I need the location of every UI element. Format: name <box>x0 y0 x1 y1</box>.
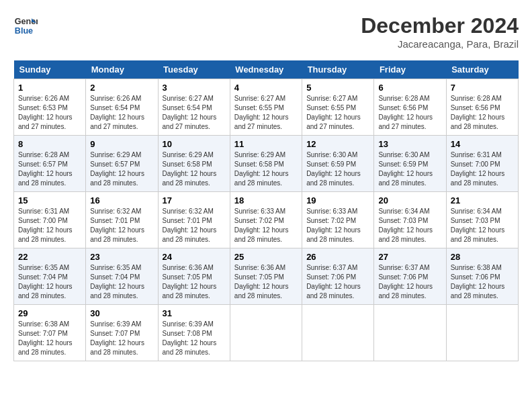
day-number: 23 <box>90 252 153 262</box>
day-number: 30 <box>90 308 153 318</box>
calendar-week-row: 22 Sunrise: 6:35 AM Sunset: 7:04 PM Dayl… <box>14 248 519 305</box>
weekday-header: Thursday <box>302 60 374 79</box>
day-info: Sunrise: 6:32 AM Sunset: 7:01 PM Dayligh… <box>163 207 226 244</box>
calendar-cell <box>374 305 446 361</box>
logo-icon: General Blue <box>13 13 38 38</box>
day-number: 4 <box>234 83 298 93</box>
calendar-table: SundayMondayTuesdayWednesdayThursdayFrid… <box>13 60 519 361</box>
weekday-header: Wednesday <box>230 60 302 79</box>
day-info: Sunrise: 6:26 AM Sunset: 6:53 PM Dayligh… <box>18 94 81 132</box>
day-info: Sunrise: 6:37 AM Sunset: 7:06 PM Dayligh… <box>306 263 369 301</box>
day-number: 1 <box>18 83 81 93</box>
day-info: Sunrise: 6:38 AM Sunset: 7:07 PM Dayligh… <box>18 320 81 357</box>
day-number: 16 <box>90 195 153 205</box>
calendar-cell: 18 Sunrise: 6:33 AM Sunset: 7:02 PM Dayl… <box>230 192 302 248</box>
calendar-cell <box>302 305 374 361</box>
day-info: Sunrise: 6:27 AM Sunset: 6:54 PM Dayligh… <box>163 94 226 132</box>
day-info: Sunrise: 6:36 AM Sunset: 7:05 PM Dayligh… <box>234 263 298 301</box>
calendar-cell: 30 Sunrise: 6:39 AM Sunset: 7:07 PM Dayl… <box>86 305 158 361</box>
calendar-cell: 3 Sunrise: 6:27 AM Sunset: 6:54 PM Dayli… <box>158 79 230 136</box>
weekday-header: Tuesday <box>158 60 230 79</box>
day-number: 11 <box>234 139 298 149</box>
day-number: 27 <box>378 252 441 262</box>
weekday-header: Saturday <box>446 60 518 79</box>
calendar-cell: 9 Sunrise: 6:29 AM Sunset: 6:57 PM Dayli… <box>86 136 158 192</box>
day-number: 15 <box>18 195 81 205</box>
calendar-cell: 5 Sunrise: 6:27 AM Sunset: 6:55 PM Dayli… <box>302 79 374 136</box>
calendar-cell: 27 Sunrise: 6:37 AM Sunset: 7:06 PM Dayl… <box>374 248 446 305</box>
day-info: Sunrise: 6:32 AM Sunset: 7:01 PM Dayligh… <box>90 207 153 244</box>
day-info: Sunrise: 6:33 AM Sunset: 7:02 PM Dayligh… <box>306 207 369 244</box>
calendar-cell <box>230 305 302 361</box>
calendar-cell: 11 Sunrise: 6:29 AM Sunset: 6:58 PM Dayl… <box>230 136 302 192</box>
calendar-cell: 26 Sunrise: 6:37 AM Sunset: 7:06 PM Dayl… <box>302 248 374 305</box>
day-number: 24 <box>163 252 226 262</box>
calendar-cell: 22 Sunrise: 6:35 AM Sunset: 7:04 PM Dayl… <box>14 248 86 305</box>
calendar-title: December 2024 <box>361 13 519 38</box>
day-number: 26 <box>306 252 369 262</box>
day-number: 5 <box>306 83 369 93</box>
day-info: Sunrise: 6:31 AM Sunset: 7:00 PM Dayligh… <box>451 150 514 188</box>
calendar-subtitle: Jacareacanga, Para, Brazil <box>361 38 519 50</box>
day-number: 2 <box>90 83 153 93</box>
logo: General Blue <box>13 13 38 38</box>
calendar-week-row: 15 Sunrise: 6:31 AM Sunset: 7:00 PM Dayl… <box>14 192 519 248</box>
calendar-cell: 10 Sunrise: 6:29 AM Sunset: 6:58 PM Dayl… <box>158 136 230 192</box>
day-number: 20 <box>378 195 441 205</box>
day-info: Sunrise: 6:35 AM Sunset: 7:04 PM Dayligh… <box>18 263 81 301</box>
day-info: Sunrise: 6:39 AM Sunset: 7:08 PM Dayligh… <box>163 320 226 357</box>
day-number: 25 <box>234 252 298 262</box>
day-info: Sunrise: 6:33 AM Sunset: 7:02 PM Dayligh… <box>234 207 298 244</box>
day-info: Sunrise: 6:34 AM Sunset: 7:03 PM Dayligh… <box>378 207 441 244</box>
calendar-cell: 14 Sunrise: 6:31 AM Sunset: 7:00 PM Dayl… <box>446 136 518 192</box>
calendar-cell: 8 Sunrise: 6:28 AM Sunset: 6:57 PM Dayli… <box>14 136 86 192</box>
weekday-header: Friday <box>374 60 446 79</box>
day-number: 10 <box>163 139 226 149</box>
calendar-cell: 4 Sunrise: 6:27 AM Sunset: 6:55 PM Dayli… <box>230 79 302 136</box>
day-info: Sunrise: 6:30 AM Sunset: 6:59 PM Dayligh… <box>306 150 369 188</box>
calendar-cell: 1 Sunrise: 6:26 AM Sunset: 6:53 PM Dayli… <box>14 79 86 136</box>
day-number: 13 <box>378 139 441 149</box>
calendar-cell: 16 Sunrise: 6:32 AM Sunset: 7:01 PM Dayl… <box>86 192 158 248</box>
day-info: Sunrise: 6:29 AM Sunset: 6:58 PM Dayligh… <box>234 150 298 188</box>
calendar-week-row: 29 Sunrise: 6:38 AM Sunset: 7:07 PM Dayl… <box>14 305 519 361</box>
calendar-cell: 31 Sunrise: 6:39 AM Sunset: 7:08 PM Dayl… <box>158 305 230 361</box>
day-number: 31 <box>163 308 226 318</box>
day-info: Sunrise: 6:36 AM Sunset: 7:05 PM Dayligh… <box>163 263 226 301</box>
day-number: 14 <box>451 139 514 149</box>
day-number: 8 <box>18 139 81 149</box>
day-number: 12 <box>306 139 369 149</box>
day-number: 29 <box>18 308 81 318</box>
day-info: Sunrise: 6:30 AM Sunset: 6:59 PM Dayligh… <box>378 150 441 188</box>
day-number: 22 <box>18 252 81 262</box>
day-info: Sunrise: 6:35 AM Sunset: 7:04 PM Dayligh… <box>90 263 153 301</box>
day-number: 19 <box>306 195 369 205</box>
svg-text:Blue: Blue <box>15 26 33 36</box>
calendar-cell: 28 Sunrise: 6:38 AM Sunset: 7:06 PM Dayl… <box>446 248 518 305</box>
calendar-header: SundayMondayTuesdayWednesdayThursdayFrid… <box>14 60 519 79</box>
day-number: 28 <box>451 252 514 262</box>
day-info: Sunrise: 6:31 AM Sunset: 7:00 PM Dayligh… <box>18 207 81 244</box>
calendar-cell: 25 Sunrise: 6:36 AM Sunset: 7:05 PM Dayl… <box>230 248 302 305</box>
calendar-body: 1 Sunrise: 6:26 AM Sunset: 6:53 PM Dayli… <box>14 79 519 361</box>
day-info: Sunrise: 6:29 AM Sunset: 6:58 PM Dayligh… <box>163 150 226 188</box>
day-number: 17 <box>163 195 226 205</box>
day-number: 7 <box>451 83 514 93</box>
day-info: Sunrise: 6:28 AM Sunset: 6:56 PM Dayligh… <box>451 94 514 132</box>
day-info: Sunrise: 6:39 AM Sunset: 7:07 PM Dayligh… <box>90 320 153 357</box>
calendar-cell: 17 Sunrise: 6:32 AM Sunset: 7:01 PM Dayl… <box>158 192 230 248</box>
calendar-cell: 19 Sunrise: 6:33 AM Sunset: 7:02 PM Dayl… <box>302 192 374 248</box>
day-info: Sunrise: 6:27 AM Sunset: 6:55 PM Dayligh… <box>306 94 369 132</box>
calendar-cell: 15 Sunrise: 6:31 AM Sunset: 7:00 PM Dayl… <box>14 192 86 248</box>
day-info: Sunrise: 6:26 AM Sunset: 6:54 PM Dayligh… <box>90 94 153 132</box>
day-number: 6 <box>378 83 441 93</box>
day-info: Sunrise: 6:38 AM Sunset: 7:06 PM Dayligh… <box>451 263 514 301</box>
calendar-cell: 23 Sunrise: 6:35 AM Sunset: 7:04 PM Dayl… <box>86 248 158 305</box>
calendar-week-row: 8 Sunrise: 6:28 AM Sunset: 6:57 PM Dayli… <box>14 136 519 192</box>
day-number: 3 <box>163 83 226 93</box>
calendar-cell: 6 Sunrise: 6:28 AM Sunset: 6:56 PM Dayli… <box>374 79 446 136</box>
calendar-cell: 13 Sunrise: 6:30 AM Sunset: 6:59 PM Dayl… <box>374 136 446 192</box>
calendar-cell: 21 Sunrise: 6:34 AM Sunset: 7:03 PM Dayl… <box>446 192 518 248</box>
day-number: 18 <box>234 195 298 205</box>
day-info: Sunrise: 6:37 AM Sunset: 7:06 PM Dayligh… <box>378 263 441 301</box>
